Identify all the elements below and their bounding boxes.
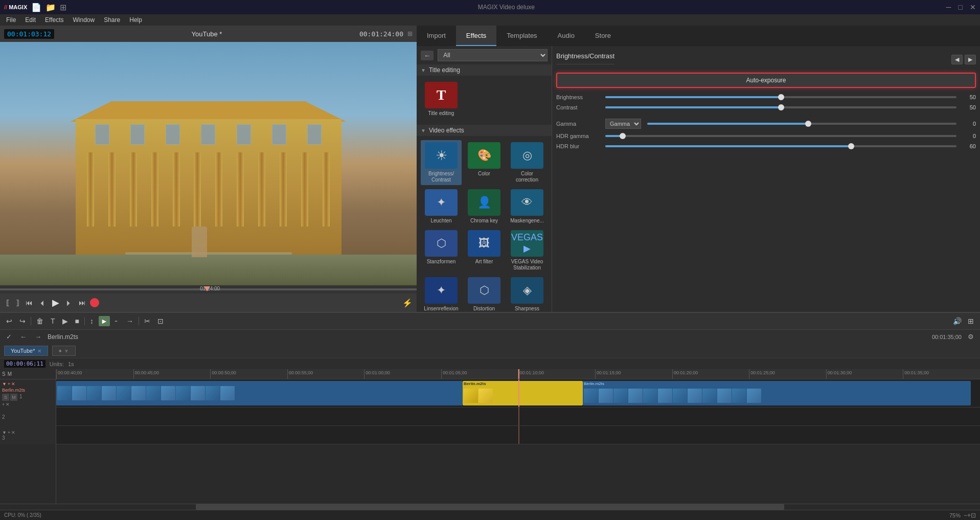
- menu-help[interactable]: Help: [125, 15, 146, 25]
- clip-1[interactable]: [56, 381, 463, 406]
- redo-button[interactable]: ↪: [17, 316, 28, 326]
- track-1-remove-icon[interactable]: ✕: [11, 381, 15, 387]
- clip-1-thumb-2: [72, 386, 86, 400]
- timeline-right-icons: 🔊 ⊞: [951, 316, 976, 326]
- effect-item-leuchten[interactable]: ✦ Leuchten: [421, 187, 462, 226]
- effect-item-brightness-contrast[interactable]: ☀ Brightness/Contrast: [421, 140, 462, 185]
- effect-item-chroma-key[interactable]: 👤 Chroma key: [464, 187, 505, 226]
- mark-out-button[interactable]: ⟧: [14, 298, 21, 308]
- delete-button[interactable]: 🗑: [34, 316, 45, 326]
- step-back-button[interactable]: ⏴: [37, 298, 48, 308]
- maximize-button[interactable]: □: [959, 3, 963, 11]
- nav-settings-button[interactable]: ⚙: [966, 332, 976, 342]
- menu-effects[interactable]: Effects: [41, 15, 67, 25]
- clip-3[interactable]: Berlin.m2ts: [583, 381, 971, 406]
- effect-item-linsenreflexion[interactable]: ✦ Linsenreflexion: [421, 275, 462, 312]
- mark-in-button[interactable]: ⟦: [4, 298, 12, 308]
- select-button[interactable]: ►: [99, 316, 110, 326]
- nav-forward-button[interactable]: →: [33, 332, 43, 342]
- timeline-toolbar: ↩ ↪ 🗑 T ▶ ■ ↕ ► ╴ → ✂ ⊡ 🔊 ⊞: [0, 313, 980, 329]
- track-3-x-icon[interactable]: ✕: [11, 430, 15, 435]
- nav-check-button[interactable]: ✓: [4, 332, 14, 342]
- contrast-slider[interactable]: [605, 106, 956, 108]
- tab-audio[interactable]: Audio: [548, 26, 585, 46]
- view-icon[interactable]: ⊞: [966, 316, 976, 326]
- effect-item-title-editing[interactable]: T Title editing: [421, 80, 462, 119]
- gamma-dropdown[interactable]: Gamma Linear Custom: [605, 119, 641, 129]
- timeline-scrollbar-thumb[interactable]: [196, 504, 784, 510]
- insert-button[interactable]: ⊡: [155, 316, 166, 326]
- close-button[interactable]: ✕: [970, 3, 976, 11]
- track-1-x-icon[interactable]: ✕: [6, 402, 10, 407]
- record-button[interactable]: [90, 298, 99, 307]
- art-filter-icon: 🖼: [468, 230, 500, 257]
- ripple-button[interactable]: ↕: [88, 316, 96, 326]
- undo-button[interactable]: ↩: [4, 316, 14, 326]
- clip-selected[interactable]: Berlin.m2ts: [463, 381, 583, 406]
- timeline-tab-close-icon[interactable]: ✕: [37, 348, 41, 354]
- preview-maximize-icon[interactable]: ⊞: [407, 30, 413, 37]
- effect-item-vegas-video[interactable]: VEGAS▶ VEGAS VideoStabilization: [507, 228, 548, 273]
- zoom-out-button[interactable]: −: [964, 512, 967, 519]
- track-1-plus-icon[interactable]: +: [2, 402, 5, 407]
- auto-exposure-button[interactable]: Auto-exposure: [556, 73, 976, 88]
- fit-button[interactable]: ⊡: [971, 512, 976, 519]
- menu-edit[interactable]: Edit: [21, 15, 40, 25]
- track-1-add-icon[interactable]: +: [8, 381, 10, 387]
- timeline-tab-dropdown-icon[interactable]: ▼: [64, 348, 69, 354]
- chapter-button[interactable]: ▶: [60, 316, 70, 326]
- track-1-solo-button[interactable]: S: [2, 394, 9, 401]
- properties-prev-button[interactable]: ◀: [951, 55, 963, 64]
- effect-item-sharpness[interactable]: ◈ Sharpness: [507, 275, 548, 312]
- timeline-scrollbar[interactable]: [0, 504, 980, 510]
- effect-item-maskengene[interactable]: 👁 Maskengene...: [507, 187, 548, 226]
- track-3-expand-icon[interactable]: ▼: [2, 430, 7, 435]
- effect-item-color[interactable]: 🎨 Color: [464, 140, 505, 185]
- effect-item-color-correction[interactable]: ◎ Colorcorrection: [507, 140, 548, 185]
- timeline-tab-add[interactable]: + ▼: [52, 346, 76, 356]
- track-3-plus-icon[interactable]: +: [8, 430, 10, 435]
- effects-back-button[interactable]: ←: [421, 51, 434, 60]
- menu-share[interactable]: Share: [100, 15, 124, 25]
- go-end-button[interactable]: ⏭: [77, 298, 88, 308]
- hdr-blur-slider[interactable]: [605, 145, 956, 147]
- menu-file[interactable]: File: [2, 15, 20, 25]
- category-video-effects-header[interactable]: ▼ Video effects: [417, 125, 552, 136]
- preview-scrubber[interactable]: 01:24:00: [0, 285, 417, 293]
- track-1-expand-icon[interactable]: ▼: [2, 381, 7, 387]
- toolbar-folder-icon[interactable]: 📁: [45, 3, 56, 12]
- clip-3-thumb-10: [717, 389, 732, 403]
- text-button[interactable]: T: [49, 316, 57, 326]
- effect-item-stanzformen[interactable]: ⬡ Stanzformen: [421, 228, 462, 273]
- brightness-slider[interactable]: [605, 96, 956, 98]
- trim-button[interactable]: ╴: [113, 316, 121, 326]
- timeline-tab-youtube[interactable]: YouTube* ✕: [4, 346, 48, 356]
- split-button[interactable]: ✂: [142, 316, 152, 326]
- menu-window[interactable]: Window: [69, 15, 99, 25]
- effect-item-distortion[interactable]: ⬡ Distortion: [464, 275, 505, 312]
- step-forward-button[interactable]: ⏵: [63, 298, 75, 308]
- track-3-number: 3: [2, 435, 15, 441]
- snap-button[interactable]: ■: [73, 316, 81, 326]
- toolbar-grid-icon[interactable]: ⊞: [60, 3, 66, 12]
- hdr-gamma-slider[interactable]: [605, 135, 956, 137]
- effect-item-art-filter[interactable]: 🖼 Art filter: [464, 228, 505, 273]
- play-button[interactable]: ▶: [50, 296, 61, 309]
- nav-back-button[interactable]: ←: [18, 332, 29, 342]
- minimize-button[interactable]: ─: [946, 3, 951, 11]
- properties-next-button[interactable]: ▶: [965, 55, 976, 64]
- track-1-mute-button[interactable]: M: [10, 394, 17, 401]
- effects-category-dropdown[interactable]: All: [438, 49, 548, 61]
- clip-3-thumb-11: [732, 389, 746, 403]
- category-title-editing-header[interactable]: ▼ Title editing: [417, 64, 552, 76]
- audio-icon[interactable]: 🔊: [951, 316, 964, 326]
- tab-store[interactable]: Store: [585, 26, 621, 46]
- tab-templates[interactable]: Templates: [496, 26, 547, 46]
- go-start-button[interactable]: ⏮: [24, 298, 35, 308]
- move-button[interactable]: →: [124, 316, 135, 326]
- gamma-slider[interactable]: [647, 123, 956, 125]
- toolbar-file-icon[interactable]: 📄: [31, 3, 41, 12]
- tab-import[interactable]: Import: [417, 26, 456, 46]
- zoom-in-button[interactable]: +: [967, 512, 971, 519]
- tab-effects[interactable]: Effects: [456, 26, 497, 46]
